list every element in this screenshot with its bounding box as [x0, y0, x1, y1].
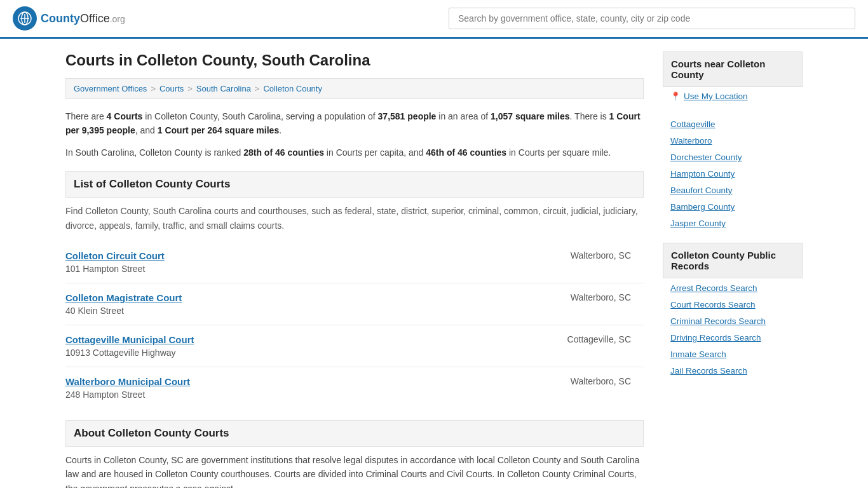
nearby-link-item: Cottageville: [663, 116, 803, 132]
records-link-3[interactable]: Driving Records Search: [670, 333, 761, 342]
info-mid1: in Colleton County, South Carolina, serv…: [142, 111, 377, 121]
breadcrumb-colleton[interactable]: Colleton County: [263, 84, 322, 93]
court-list: Colleton Circuit Court 101 Hampton Stree…: [65, 241, 644, 409]
court-name-0[interactable]: Colleton Circuit Court: [65, 250, 165, 261]
info-para-2: In South Carolina, Colleton County is ra…: [65, 146, 644, 159]
info-para2-mid: in Courts per capita, and: [324, 147, 426, 158]
court-city-2: Cottageville, SC: [567, 334, 644, 344]
court-item: Walterboro Municipal Court 248 Hampton S…: [65, 367, 644, 409]
info-mid3: . There is: [570, 111, 609, 121]
court-row-3: Walterboro Municipal Court 248 Hampton S…: [65, 376, 644, 400]
breadcrumb: Government Offices > Courts > South Caro…: [65, 78, 644, 99]
bc-sep-2: >: [187, 84, 193, 93]
records-link-item: Criminal Records Search: [663, 313, 803, 329]
logo-text: CountyOffice.org: [41, 12, 125, 25]
records-link-item: Court Records Search: [663, 296, 803, 313]
info-pop: 37,581 people: [378, 111, 437, 121]
info-area: 1,057 square miles: [491, 111, 570, 121]
public-records-header: Colleton County Public Records: [663, 243, 803, 278]
info-rank2: 46th of 46 counties: [426, 147, 506, 158]
nearby-link-item: Bamberg County: [663, 198, 803, 215]
court-info-3: Walterboro Municipal Court 248 Hampton S…: [65, 376, 190, 400]
records-link-5[interactable]: Jail Records Search: [670, 366, 747, 376]
records-link-item: Jail Records Search: [663, 362, 803, 379]
court-name-3[interactable]: Walterboro Municipal Court: [65, 376, 190, 387]
info-para2-pre: In South Carolina, Colleton County is ra…: [65, 147, 243, 158]
nearby-links: 📍 Use My Location: [663, 88, 803, 104]
info-end: .: [279, 125, 281, 135]
court-info-1: Colleton Magistrate Court 40 Klein Stree…: [65, 292, 182, 316]
list-desc: Find Colleton County, South Carolina cou…: [65, 204, 644, 233]
bc-sep-1: >: [151, 84, 156, 93]
list-section-header: List of Colleton County Courts: [65, 171, 644, 198]
nearby-link-1[interactable]: Walterboro: [670, 136, 712, 146]
sidebar: Courts near Colleton County 📍 Use My Loc…: [663, 51, 803, 488]
bc-sep-3: >: [255, 84, 260, 93]
court-address-2: 10913 Cottageville Highway: [65, 348, 176, 358]
court-city-0: Walterboro, SC: [571, 250, 644, 261]
court-address-3: 248 Hampton Street: [65, 390, 145, 400]
court-city-1: Walterboro, SC: [571, 292, 644, 302]
court-item: Cottageville Municipal Court 10913 Cotta…: [65, 325, 644, 367]
nearby-link-item: Walterboro: [663, 132, 803, 149]
nearby-link-3[interactable]: Hampton County: [670, 169, 735, 179]
records-link-2[interactable]: Criminal Records Search: [670, 316, 766, 326]
search-input[interactable]: [449, 8, 855, 29]
logo-icon: [13, 6, 37, 30]
about-text: Courts in Colleton County, SC are govern…: [65, 453, 644, 488]
page-title: Courts in Colleton County, South Carolin…: [65, 51, 644, 69]
info-mid4: , and: [135, 125, 158, 135]
nearby-link-item: Jasper County: [663, 215, 803, 231]
nearby-link-6[interactable]: Jasper County: [670, 219, 726, 228]
nearby-link-2[interactable]: Dorchester County: [670, 152, 742, 162]
content-area: Courts in Colleton County, South Carolin…: [65, 51, 644, 488]
court-item: Colleton Magistrate Court 40 Klein Stree…: [65, 283, 644, 325]
nearby-county-links: CottagevilleWalterboroDorchester CountyH…: [663, 116, 803, 231]
use-my-location-link[interactable]: Use My Location: [684, 92, 748, 101]
court-address-1: 40 Klein Street: [65, 306, 124, 316]
main-container: Courts in Colleton County, South Carolin…: [53, 39, 815, 488]
nearby-header: Courts near Colleton County: [663, 51, 803, 87]
info-para2-end: in Courts per square mile.: [506, 147, 611, 158]
public-records-links: Arrest Records SearchCourt Records Searc…: [663, 280, 803, 379]
court-item: Colleton Circuit Court 101 Hampton Stree…: [65, 241, 644, 283]
location-icon: 📍: [670, 92, 681, 101]
breadcrumb-sc[interactable]: South Carolina: [196, 84, 251, 93]
court-row-1: Colleton Magistrate Court 40 Klein Stree…: [65, 292, 644, 316]
court-address-0: 101 Hampton Street: [65, 264, 145, 274]
info-pre: There are: [65, 111, 107, 121]
court-row-0: Colleton Circuit Court 101 Hampton Stree…: [65, 250, 644, 274]
records-link-item: Arrest Records Search: [663, 280, 803, 296]
about-section-header: About Colleton County Courts: [65, 420, 644, 447]
records-link-1[interactable]: Court Records Search: [670, 300, 756, 309]
info-count: 4 Courts: [107, 111, 143, 121]
nearby-link-5[interactable]: Bamberg County: [670, 202, 735, 212]
nearby-link-item: Hampton County: [663, 165, 803, 182]
court-info-0: Colleton Circuit Court 101 Hampton Stree…: [65, 250, 165, 274]
records-link-item: Driving Records Search: [663, 329, 803, 346]
court-name-2[interactable]: Cottageville Municipal Court: [65, 334, 194, 345]
logo[interactable]: CountyOffice.org: [13, 6, 125, 30]
header: CountyOffice.org: [0, 0, 868, 39]
records-link-4[interactable]: Inmate Search: [670, 349, 726, 359]
nearby-link-item: Dorchester County: [663, 149, 803, 165]
breadcrumb-gov-offices[interactable]: Government Offices: [74, 84, 147, 93]
nearby-link-4[interactable]: Beaufort County: [670, 186, 733, 195]
court-info-2: Cottageville Municipal Court 10913 Cotta…: [65, 334, 194, 358]
court-row-2: Cottageville Municipal Court 10913 Cotta…: [65, 334, 644, 358]
nearby-link-item: Beaufort County: [663, 182, 803, 198]
info-per2: 1 Court per 264 square miles: [158, 125, 279, 135]
nearby-link-0[interactable]: Cottageville: [670, 119, 715, 129]
records-link-0[interactable]: Arrest Records Search: [670, 283, 757, 293]
court-city-3: Walterboro, SC: [571, 376, 644, 386]
info-para-1: There are 4 Courts in Colleton County, S…: [65, 109, 644, 138]
court-name-1[interactable]: Colleton Magistrate Court: [65, 292, 182, 303]
info-mid2: in an area of: [436, 111, 491, 121]
records-link-item: Inmate Search: [663, 346, 803, 362]
breadcrumb-courts[interactable]: Courts: [159, 84, 184, 93]
info-rank1: 28th of 46 counties: [243, 147, 324, 158]
search-bar[interactable]: [449, 8, 855, 29]
use-my-location-item: 📍 Use My Location: [663, 88, 803, 104]
